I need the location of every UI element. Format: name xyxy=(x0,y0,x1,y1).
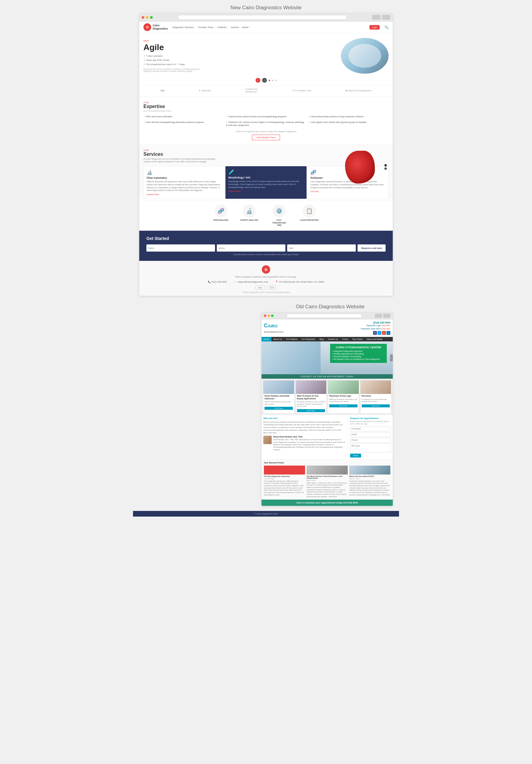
linkedin-icon[interactable]: in xyxy=(386,331,390,335)
expertise-item-2: ✓ Trained at top medical schools and hem… xyxy=(226,115,306,118)
nav-payonline[interactable]: Pay Online xyxy=(350,337,365,341)
expertise-item-1: ✓ PhDs with board certification xyxy=(143,115,224,118)
search-icon[interactable]: 🔍 xyxy=(384,25,389,29)
nav-aboutus[interactable]: About Us xyxy=(271,337,284,341)
new-site-browser: ⊕ CairoDiagnostics Diagnostic Services ›… xyxy=(139,13,393,296)
card-physicians-btn[interactable]: Click Here xyxy=(329,404,357,407)
facebook-icon[interactable]: f xyxy=(373,331,377,335)
next-arrow[interactable]: › xyxy=(262,78,267,83)
browser-url xyxy=(178,15,347,20)
old-logo: CAIRO DIAGNOSTICS xyxy=(264,323,284,334)
flow-text: Different leukemias and lymphomas often … xyxy=(147,180,221,192)
prev-arrow[interactable]: ‹ xyxy=(256,78,260,83)
blog-post-1-img xyxy=(264,466,305,475)
person-avatar xyxy=(263,436,272,444)
request-callback-button[interactable]: Request a call back xyxy=(357,245,386,252)
card-phone-btn[interactable]: Click Here xyxy=(265,407,293,410)
nav-home[interactable]: Home xyxy=(262,337,271,341)
logo-text: CairoDiagnostics xyxy=(153,24,168,30)
blog-post-2-date: May 6, 2015 xyxy=(307,479,348,481)
icon-expert: 🔬 EXPERT ANALYSIS xyxy=(240,204,258,227)
bullet-2: ✓ Same day STAT results xyxy=(143,58,341,62)
service-card-flow: 🔬 Flow Cytometry Different leukemias and… xyxy=(143,166,225,199)
bullet-1: ✓ 7 days operation xyxy=(143,54,341,58)
explore-morph[interactable]: Explore More xyxy=(228,190,304,192)
morph-text: Morphology remains to be critical for pr… xyxy=(228,180,304,189)
nav-provider[interactable]: Provider Tools › xyxy=(198,26,214,29)
expertise-item-4: ✓ Have directed hematopathology fellowsh… xyxy=(143,121,224,127)
mail-input[interactable] xyxy=(287,245,356,252)
nav-forphysicians[interactable]: For Physicians xyxy=(299,337,317,341)
login-button[interactable]: Login xyxy=(369,25,380,30)
services-more: OUR xyxy=(143,149,389,152)
card-biopsy-img xyxy=(296,381,327,394)
nav-contactus[interactable]: Contact Us xyxy=(326,337,340,341)
services-blob-dots xyxy=(384,164,387,170)
old-site-header: CAIRO DIAGNOSTICS (914) 339 5000 Physici… xyxy=(262,319,393,337)
explore-flow[interactable]: Explore More xyxy=(147,193,221,195)
call-strip: Call to schedule your appointment today … xyxy=(262,499,393,506)
card-directions-title: Directions xyxy=(360,394,391,398)
nav-forpatients[interactable]: For Patients xyxy=(284,337,299,341)
logo-nyp: ■ NewYork-Presbyterian xyxy=(345,89,371,92)
card-directions-btn[interactable]: Click Here xyxy=(362,404,390,407)
hero-more-label: More xyxy=(143,39,341,42)
name-input[interactable] xyxy=(146,245,215,252)
googleplus-icon[interactable]: g+ xyxy=(382,331,386,335)
flow-icon: 🔬 xyxy=(147,169,221,175)
req-email-input[interactable] xyxy=(350,432,391,437)
nav-forms[interactable]: Forms xyxy=(340,337,350,341)
expertise-section: OUR Expertise Our Hematopathology Team ✓… xyxy=(139,97,393,143)
old-request-appt: Request An Appointment Please note your … xyxy=(348,417,391,457)
max-dot xyxy=(150,16,153,19)
morph-icon: 🧪 xyxy=(228,169,304,175)
carousel-dot-2 xyxy=(272,80,273,81)
old-hero: CAIRO CYTODIAGNOSTIC CENTER • Integrated… xyxy=(262,341,393,374)
personalized-label: PERSONALIZED xyxy=(213,219,228,221)
badge-capc: capc xyxy=(255,286,265,289)
old-site-browser: CAIRO DIAGNOSTICS (914) 339 5000 Physici… xyxy=(261,312,393,506)
blog-posts: The Non-Diagnostic Specimen June 29, 201… xyxy=(264,466,390,498)
footer-copy: © Cairo Diagnostics 2020 | Powered by De… xyxy=(145,291,387,293)
req-message-input[interactable] xyxy=(350,444,391,453)
footer-badges: capc CLIA xyxy=(145,286,387,289)
nav-news[interactable]: News and Media xyxy=(365,337,384,341)
nav-diagnostic[interactable]: Diagnostic Services › xyxy=(173,26,195,29)
view-team-button[interactable]: View Medical Team xyxy=(252,134,280,140)
person-text: Sherif Ibrahim, M.D., PhD, PhD. Sherif I… xyxy=(273,439,345,451)
blog-post-1-date: June 29, 2015 xyxy=(264,478,305,479)
twitter-icon[interactable]: t xyxy=(377,331,381,335)
card-biopsy-btn[interactable]: Click Here xyxy=(297,409,325,412)
card-physicians-img xyxy=(328,381,359,394)
nav-about[interactable]: About › xyxy=(242,26,250,29)
blog-post-2-title: The Most Common Thyroid Disease in the U… xyxy=(307,476,348,479)
card-biopsy: What To Expect At Your Biopsy Appointmen… xyxy=(296,380,327,414)
carousel-controls: ‹ › xyxy=(139,77,393,85)
who-title: Who are we? xyxy=(263,417,345,420)
phone-input[interactable] xyxy=(217,245,285,252)
card-phone-img xyxy=(263,381,294,394)
get-started-section: Get Started Request a call back A profes… xyxy=(139,231,393,261)
get-started-note: A professional customer service represen… xyxy=(146,253,386,256)
send-button[interactable]: Send! xyxy=(350,454,361,458)
expertise-grid: ✓ PhDs with board certification ✓ Traine… xyxy=(143,115,389,127)
nav-careers[interactable]: Careers xyxy=(230,26,239,29)
blog-post-2: The Most Common Thyroid Disease in the U… xyxy=(307,466,348,498)
expertise-item-5: ✓ Published 115+ articles & book chapter… xyxy=(226,121,306,127)
req-name-input[interactable] xyxy=(350,427,391,431)
hero-desc: Reducing the stress of patients awaiting… xyxy=(143,68,203,72)
req-phone-input[interactable] xyxy=(350,438,391,443)
close-dot xyxy=(142,16,144,19)
blog-post-2-img xyxy=(307,466,348,475)
nav-blog[interactable]: Blog xyxy=(317,337,326,341)
old-main-content: Who are we? We are a full service academ… xyxy=(262,415,393,459)
footer-logo-icon: ⊕ xyxy=(262,265,270,274)
footer-tagline: Where academic expertise and unparallele… xyxy=(145,276,387,278)
nav-patients[interactable]: Patients › xyxy=(218,26,228,29)
get-started-form: Request a call back xyxy=(146,245,386,252)
visit-psigenex[interactable]: Visit Site xyxy=(311,190,385,192)
old-site-title-section: Old Cairo Diagnostics Website xyxy=(261,299,399,312)
new-site-title-section: New Cairo Diagnostics Website xyxy=(133,0,399,13)
card-phone-desc: Click the button below to go in touch wi… xyxy=(263,401,294,406)
hero-next-arrow[interactable]: › xyxy=(390,354,393,361)
